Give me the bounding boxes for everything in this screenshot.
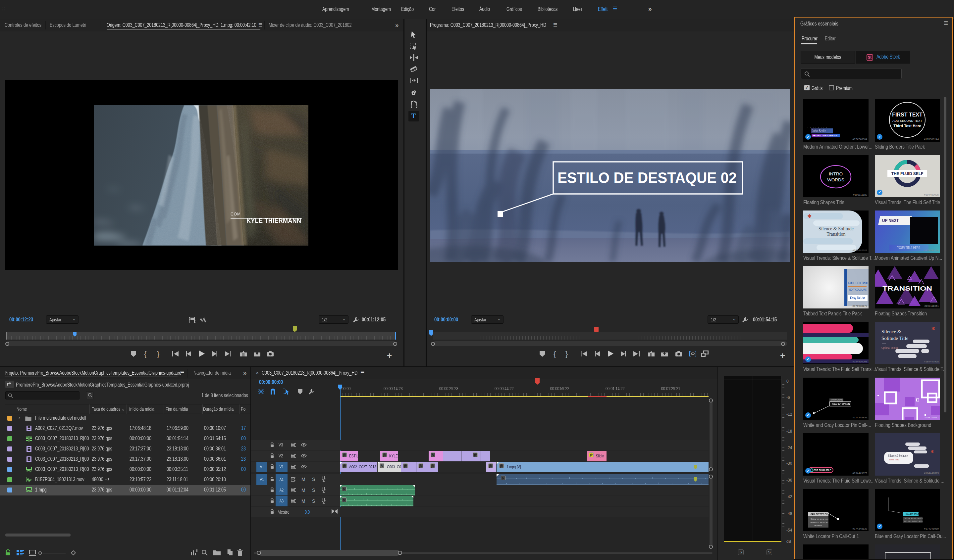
svg-text:TRANSITION: TRANSITION [882,285,932,292]
svg-text:ADD SECOND TEXT: ADD SECOND TEXT [892,119,922,123]
svg-text:KYLE THIERMANN: KYLE THIERMANN [246,218,301,224]
svg-text:Third Text Here: Third Text Here [893,124,921,128]
svg-text:WORDS: WORDS [827,177,844,182]
svg-text:ESTILO DE DESTAQUE 02: ESTILO DE DESTAQUE 02 [558,169,737,186]
svg-text:COM: COM [231,212,241,216]
svg-text:FIRST TEXT: FIRST TEXT [892,112,923,118]
svg-text:INTRO: INTRO [829,171,843,176]
svg-text:THE FLUID SELF: THE FLUID SELF [892,171,924,176]
